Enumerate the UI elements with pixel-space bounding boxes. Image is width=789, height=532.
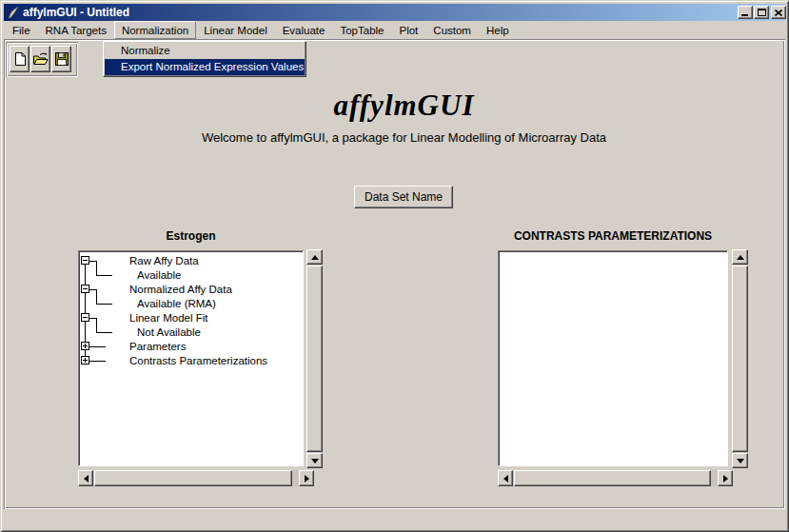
menu-file[interactable]: File xyxy=(5,21,38,39)
scroll-down-button[interactable] xyxy=(732,453,748,468)
new-file-button[interactable] xyxy=(10,46,30,72)
tree-line xyxy=(89,261,96,262)
right-panel-vertical-scrollbar[interactable] xyxy=(732,249,748,468)
right-arrow-icon xyxy=(305,475,309,483)
scroll-left-button[interactable] xyxy=(498,470,513,486)
scroll-right-button[interactable] xyxy=(299,470,314,486)
scroll-left-button[interactable] xyxy=(78,470,93,486)
new-document-icon xyxy=(12,51,28,67)
welcome-text: Welcome to affylmGUI, a package for Line… xyxy=(19,130,789,145)
minimize-button[interactable] xyxy=(738,6,753,19)
tree-node-contrasts-parameterizations[interactable]: Contrasts Parameterizations xyxy=(129,354,267,367)
tree-collapse-box[interactable] xyxy=(81,256,89,265)
tree-node-parameters[interactable]: Parameters xyxy=(129,340,186,353)
menu-rna-targets[interactable]: RNA Targets xyxy=(38,21,114,39)
toolbar xyxy=(6,42,78,77)
scrollbar-thumb[interactable] xyxy=(514,470,711,486)
tree-line xyxy=(89,318,96,319)
tree-line xyxy=(96,289,97,304)
scroll-down-button[interactable] xyxy=(306,453,323,468)
menu-normalization[interactable]: Normalization xyxy=(114,21,196,39)
close-icon xyxy=(775,10,782,16)
tree-node-raw-affy-data[interactable]: Raw Affy Data xyxy=(129,254,199,267)
tree-line xyxy=(96,275,112,276)
save-floppy-icon xyxy=(54,51,69,67)
scrollbar-thumb[interactable] xyxy=(94,470,292,486)
data-set-name-button[interactable]: Data Set Name xyxy=(354,186,453,208)
menu-custom[interactable]: Custom xyxy=(425,21,479,39)
right-panel-title: CONTRASTS PARAMETERIZATIONS xyxy=(498,229,728,243)
menu-plot[interactable]: Plot xyxy=(392,21,426,39)
tree-line xyxy=(96,318,97,332)
open-folder-icon xyxy=(32,51,49,67)
application-window: affylmGUI - Untitled File RNA Targets No… xyxy=(0,0,789,532)
tree-line xyxy=(96,304,112,305)
close-button[interactable] xyxy=(771,6,786,19)
minimize-icon xyxy=(741,14,748,16)
tree-collapse-box[interactable] xyxy=(81,285,89,293)
menu-toptable[interactable]: TopTable xyxy=(332,21,391,39)
left-arrow-icon xyxy=(84,475,89,483)
maximize-button[interactable] xyxy=(754,6,769,19)
tree-expand-box[interactable] xyxy=(81,356,89,365)
menu-evaluate[interactable]: Evaluate xyxy=(275,21,333,39)
status-tree: Raw Affy Data Available Normalized Affy … xyxy=(79,251,303,465)
tree-line xyxy=(89,346,106,347)
menu-item-normalize[interactable]: Normalize xyxy=(105,43,305,59)
maximize-icon xyxy=(758,9,766,16)
menu-help[interactable]: Help xyxy=(479,21,517,39)
window-title: affylmGUI - Untitled xyxy=(23,6,129,19)
scroll-up-button[interactable] xyxy=(732,249,748,265)
scroll-right-button[interactable] xyxy=(718,470,733,486)
save-file-button[interactable] xyxy=(51,46,71,72)
menu-item-export-normalized-expression-values[interactable]: Export Normalized Expression Values xyxy=(105,59,305,75)
menu-linear-model[interactable]: Linear Model xyxy=(196,21,274,39)
menu-bar: File RNA Targets Normalization Linear Mo… xyxy=(4,21,785,39)
app-feather-icon xyxy=(7,6,19,20)
up-arrow-icon xyxy=(737,255,744,260)
tree-line xyxy=(89,361,106,362)
right-arrow-icon xyxy=(723,475,728,483)
tree-line xyxy=(89,289,96,290)
tree-line xyxy=(96,261,97,275)
left-arrow-icon xyxy=(503,475,508,483)
contrasts-listbox[interactable] xyxy=(498,250,728,466)
down-arrow-icon xyxy=(311,459,319,463)
right-panel-horizontal-scrollbar[interactable] xyxy=(498,470,733,486)
scrollbar-thumb[interactable] xyxy=(306,266,323,452)
normalization-dropdown-menu: Normalize Export Normalized Expression V… xyxy=(103,41,306,77)
open-file-button[interactable] xyxy=(30,46,50,72)
left-panel-horizontal-scrollbar[interactable] xyxy=(78,470,314,486)
left-panel-vertical-scrollbar[interactable] xyxy=(306,249,323,468)
tree-line xyxy=(96,332,112,333)
tree-node-available-rma[interactable]: Available (RMA) xyxy=(137,297,216,310)
app-title: affylmGUI xyxy=(19,89,789,123)
up-arrow-icon xyxy=(311,255,319,260)
scroll-up-button[interactable] xyxy=(306,249,323,265)
title-bar: affylmGUI - Untitled xyxy=(4,4,785,21)
tree-node-linear-model-fit[interactable]: Linear Model Fit xyxy=(129,311,207,325)
tree-node-raw-available[interactable]: Available xyxy=(137,268,181,282)
down-arrow-icon xyxy=(737,459,744,463)
status-tree-listbox[interactable]: Raw Affy Data Available Normalized Affy … xyxy=(78,250,304,466)
tree-collapse-box[interactable] xyxy=(81,313,89,322)
tree-node-normalized-affy-data[interactable]: Normalized Affy Data xyxy=(129,283,232,296)
scrollbar-thumb[interactable] xyxy=(732,266,748,452)
tree-expand-box[interactable] xyxy=(81,342,89,350)
tree-node-not-available[interactable]: Not Available xyxy=(137,325,201,339)
left-panel-title: Estrogen xyxy=(78,229,304,243)
